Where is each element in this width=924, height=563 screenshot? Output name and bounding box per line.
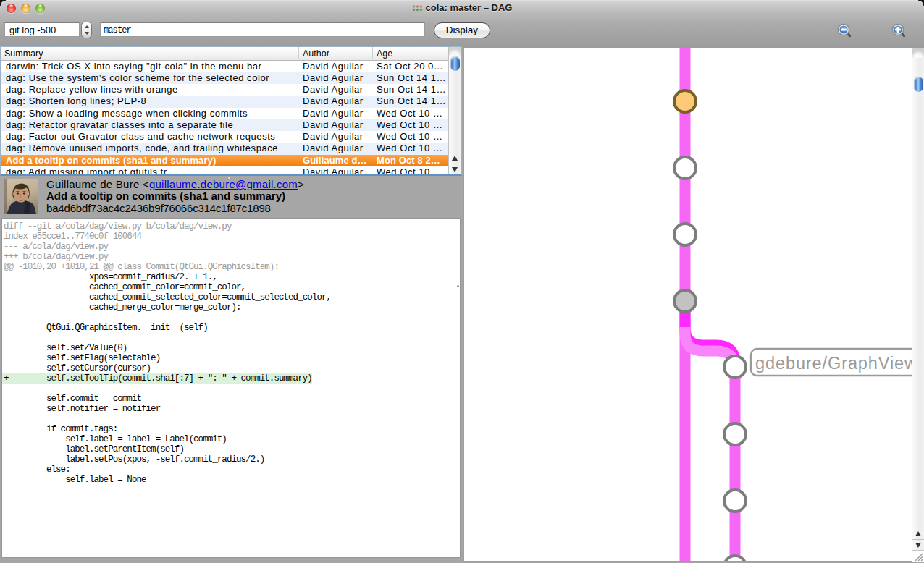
svg-text:gdebure/GraphView: gdebure/GraphView: [755, 354, 917, 373]
